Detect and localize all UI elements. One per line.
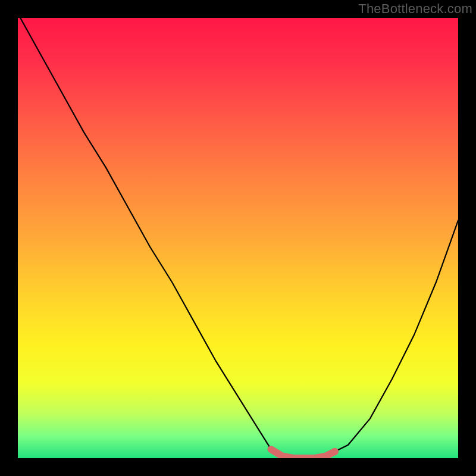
watermark-label: TheBottleneck.com — [358, 1, 472, 17]
bottleneck-curve — [18, 18, 458, 458]
highlight-segment — [271, 449, 335, 458]
main-curve — [18, 18, 458, 458]
chart-frame: TheBottleneck.com — [0, 0, 476, 476]
plot-area — [18, 18, 458, 458]
highlight-end-dot — [331, 448, 339, 455]
